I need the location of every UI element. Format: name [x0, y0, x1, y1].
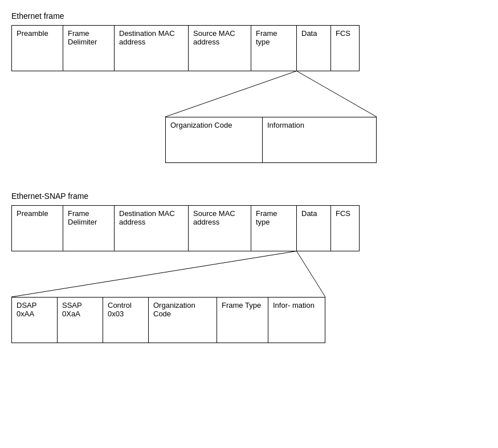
- table-cell: FCS: [331, 26, 360, 71]
- table-cell: SSAP 0XaA: [58, 298, 103, 343]
- ethernet-expanded-table: Organization CodeInformation: [165, 117, 377, 163]
- ethernet-expanded-wrapper: Organization CodeInformation: [165, 117, 487, 163]
- table-cell: Information: [263, 117, 377, 163]
- table-cell: FCS: [331, 206, 360, 251]
- table-cell: Control 0x03: [103, 298, 149, 343]
- table-cell: Frame type: [251, 26, 297, 71]
- table-cell: Organization Code: [149, 298, 217, 343]
- ethernet-connector-area: [11, 71, 487, 117]
- table-cell: Preamble: [12, 206, 63, 251]
- table-row: Organization CodeInformation: [166, 117, 377, 163]
- table-cell: Source MAC address: [189, 206, 251, 251]
- svg-line-2: [11, 251, 297, 298]
- ethernet-main-table-wrapper: PreambleFrame DelimiterDestination MAC a…: [11, 25, 487, 71]
- table-cell: Data: [297, 206, 331, 251]
- table-cell: Destination MAC address: [115, 26, 189, 71]
- snap-main-table: PreambleFrame DelimiterDestination MAC a…: [11, 205, 360, 251]
- ethernet-connector-svg: [11, 71, 487, 117]
- table-row: DSAP 0xAASSAP 0XaAControl 0x03Organizati…: [12, 298, 325, 343]
- table-row: PreambleFrame DelimiterDestination MAC a…: [12, 206, 360, 251]
- ethernet-frame-section: Ethernet frame PreambleFrame DelimiterDe…: [11, 11, 487, 163]
- table-cell: Organization Code: [166, 117, 263, 163]
- table-cell: Infor- mation: [268, 298, 325, 343]
- snap-frame-section: Ethernet-SNAP frame PreambleFrame Delimi…: [11, 192, 487, 343]
- ethernet-main-table: PreambleFrame DelimiterDestination MAC a…: [11, 25, 360, 71]
- table-cell: Frame Type: [217, 298, 268, 343]
- table-cell: Frame Delimiter: [63, 206, 115, 251]
- snap-expanded-table: DSAP 0xAASSAP 0XaAControl 0x03Organizati…: [11, 297, 325, 343]
- table-cell: Destination MAC address: [115, 206, 189, 251]
- table-cell: DSAP 0xAA: [12, 298, 58, 343]
- snap-connector-area: [11, 251, 487, 297]
- ethernet-frame-title: Ethernet frame: [11, 11, 487, 21]
- svg-line-3: [297, 251, 326, 298]
- snap-connector-svg: [11, 251, 487, 297]
- table-row: PreambleFrame DelimiterDestination MAC a…: [12, 26, 360, 71]
- snap-expanded-wrapper: DSAP 0xAASSAP 0XaAControl 0x03Organizati…: [11, 297, 487, 343]
- table-cell: Frame Delimiter: [63, 26, 115, 71]
- table-cell: Data: [297, 26, 331, 71]
- table-cell: Source MAC address: [189, 26, 251, 71]
- table-cell: Frame type: [251, 206, 297, 251]
- svg-line-0: [165, 71, 297, 117]
- snap-frame-title: Ethernet-SNAP frame: [11, 192, 487, 201]
- svg-line-1: [297, 71, 377, 117]
- table-cell: Preamble: [12, 26, 63, 71]
- snap-main-table-wrapper: PreambleFrame DelimiterDestination MAC a…: [11, 205, 487, 251]
